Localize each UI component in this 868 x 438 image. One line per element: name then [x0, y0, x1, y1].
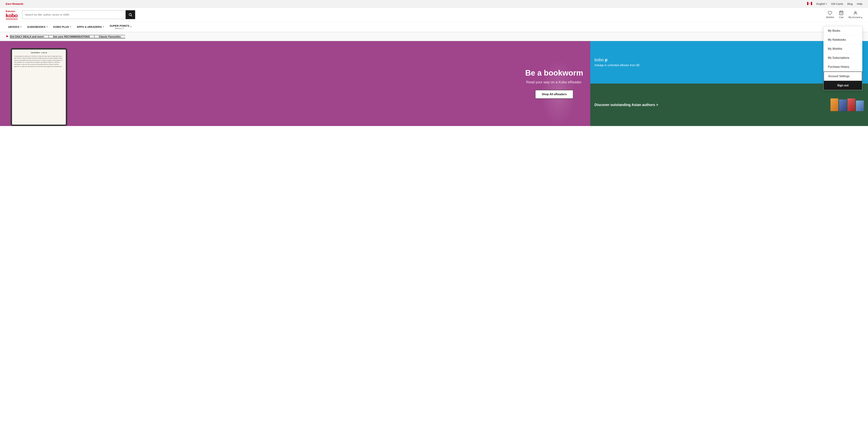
- kobo-plus-brand: kobo p: [594, 57, 640, 62]
- promo-bar: ⚑ Get DAILY DEALS and more! See your REC…: [0, 32, 868, 41]
- nav-bar: eBOOKS ▾ AUDIOBOOKS ▾ KOBO PLUS ▾ APPS &…: [0, 22, 868, 32]
- my-books-item[interactable]: My Books: [824, 26, 862, 35]
- account-settings-item[interactable]: Account Settings: [824, 71, 862, 81]
- chevron-down-icon: ▾: [70, 26, 71, 28]
- recommendations-link[interactable]: See your RECOMMENDATIONS: [49, 35, 94, 38]
- nav-audiobooks[interactable]: AUDIOBOOKS ▾: [25, 22, 50, 32]
- chevron-down-icon: ▾: [46, 26, 48, 28]
- wishlist-button[interactable]: Wishlist: [826, 10, 834, 19]
- my-account-button[interactable]: My Account ▴: [848, 10, 862, 19]
- nav-balance: Balance: 0: [110, 27, 129, 29]
- hero-content: Be a bookworm Read your way on a Kobo eR…: [518, 61, 590, 106]
- search-icon: [128, 13, 132, 17]
- nav-koboplus-label: KOBO PLUS: [53, 25, 69, 28]
- ereader-device: CHAPTER 9 · 1 OF 19 It was pleasant to w…: [10, 48, 67, 126]
- book-thumbnails: [831, 98, 864, 111]
- shop-all-ereaders-button[interactable]: Shop All eReaders: [535, 90, 574, 99]
- svg-point-7: [855, 11, 856, 13]
- asian-authors-text: Discover outstanding Asian authors >: [594, 103, 828, 107]
- logo-rakuten: Rakuten: [6, 10, 18, 12]
- blog-link[interactable]: Blog: [847, 2, 852, 5]
- logo[interactable]: Rakuten kobo: [6, 10, 18, 19]
- gift-cards-link[interactable]: Gift Cards: [831, 2, 843, 5]
- search-container: [22, 10, 135, 19]
- daily-deals-link[interactable]: Get DAILY DEALS and more!: [10, 35, 49, 38]
- hero-title: Be a bookworm: [525, 68, 583, 77]
- sign-out-button[interactable]: Sign out: [824, 81, 862, 90]
- device-screen: CHAPTER 9 · 1 OF 19 It was pleasant to w…: [12, 50, 66, 124]
- earn-rewards-link[interactable]: Earn Rewards: [6, 2, 23, 5]
- cart-icon: [839, 10, 844, 15]
- hero-banner: CHAPTER 9 · 1 OF 19 It was pleasant to w…: [0, 41, 590, 126]
- my-account-label: My Account ▴: [848, 16, 862, 19]
- purchase-history-item[interactable]: Purchase History: [824, 62, 862, 71]
- header-actions: Wishlist Cart My Account ▴: [826, 10, 862, 19]
- help-link[interactable]: Help: [857, 2, 862, 5]
- top-bar: Earn Rewards English ▾ Gift Cards Blog H…: [0, 0, 868, 8]
- hero-subtitle: Read your way on a Kobo eReader.: [525, 80, 583, 84]
- book-text: It was pleasant to wake up in Florence, …: [14, 55, 64, 67]
- book-thumb-1: [831, 98, 838, 111]
- kobo-plus-text: kobo p Indulge in unlimited eBooks from …: [594, 57, 640, 67]
- svg-rect-2: [811, 2, 812, 5]
- chevron-down-icon: ▾: [130, 26, 131, 28]
- nav-apps-label: APPS & eREADERS: [77, 25, 102, 28]
- account-label-text: My Account: [848, 16, 860, 19]
- search-button[interactable]: [126, 10, 135, 19]
- search-input[interactable]: [22, 10, 126, 19]
- book-thumb-2: [839, 99, 847, 111]
- book-thumb-3: [847, 98, 855, 111]
- logo-underline: [6, 19, 18, 19]
- top-bar-left: Earn Rewards: [6, 2, 23, 5]
- flag-promo-icon: ⚑: [6, 35, 8, 38]
- chevron-down-icon: ▾: [826, 3, 827, 5]
- language-button[interactable]: English ▾: [816, 2, 827, 5]
- chevron-down-icon: ▾: [103, 26, 104, 28]
- nav-superpoints-label: SUPER POINTS: [110, 24, 129, 27]
- cart-button[interactable]: Cart: [839, 10, 844, 19]
- top-bar-right: English ▾ Gift Cards Blog Help: [807, 2, 862, 6]
- svg-rect-0: [807, 2, 808, 5]
- chevron-up-icon: ▴: [861, 16, 862, 19]
- asian-authors-title: Discover outstanding Asian authors >: [594, 103, 828, 107]
- nav-apps-ereaders[interactable]: APPS & eREADERS ▾: [74, 22, 106, 32]
- account-icon: [853, 10, 858, 15]
- kobo-plus-tagline: Indulge in unlimited eBooks from $9: [594, 63, 640, 67]
- nav-kobo-plus[interactable]: KOBO PLUS ▾: [51, 22, 73, 32]
- nav-ebooks[interactable]: eBOOKS ▾: [6, 22, 24, 32]
- heart-icon: [828, 10, 832, 15]
- account-dropdown: My Books My Notebooks My Wishlist My Sub…: [824, 26, 862, 90]
- nav-super-points[interactable]: SUPER POINTS Balance: 0 ▾: [107, 22, 134, 32]
- language-label: English: [816, 2, 825, 5]
- my-wishlist-item[interactable]: My Wishlist: [824, 45, 862, 54]
- svg-line-5: [131, 16, 132, 16]
- header: Rakuten kobo Wishlist Cart: [0, 8, 868, 22]
- chevron-down-icon: ▾: [20, 26, 22, 28]
- my-notebooks-item[interactable]: My Notebooks: [824, 35, 862, 45]
- cart-label: Cart: [839, 16, 844, 19]
- logo-kobo: kobo: [6, 12, 18, 19]
- flag-icon: [807, 2, 812, 6]
- nav-ebooks-label: eBOOKS: [8, 25, 19, 28]
- my-subscriptions-item[interactable]: My Subscriptions: [824, 54, 862, 62]
- svg-point-4: [129, 13, 131, 16]
- wishlist-label: Wishlist: [826, 16, 834, 19]
- chapter-label: CHAPTER 9 · 1 OF 19: [14, 52, 64, 54]
- main-area: CHAPTER 9 · 1 OF 19 It was pleasant to w…: [0, 41, 868, 126]
- classic-favourites-link[interactable]: Classic Favourites: [94, 35, 125, 38]
- nav-audiobooks-label: AUDIOBOOKS: [27, 25, 45, 28]
- book-thumb-4: [856, 100, 864, 111]
